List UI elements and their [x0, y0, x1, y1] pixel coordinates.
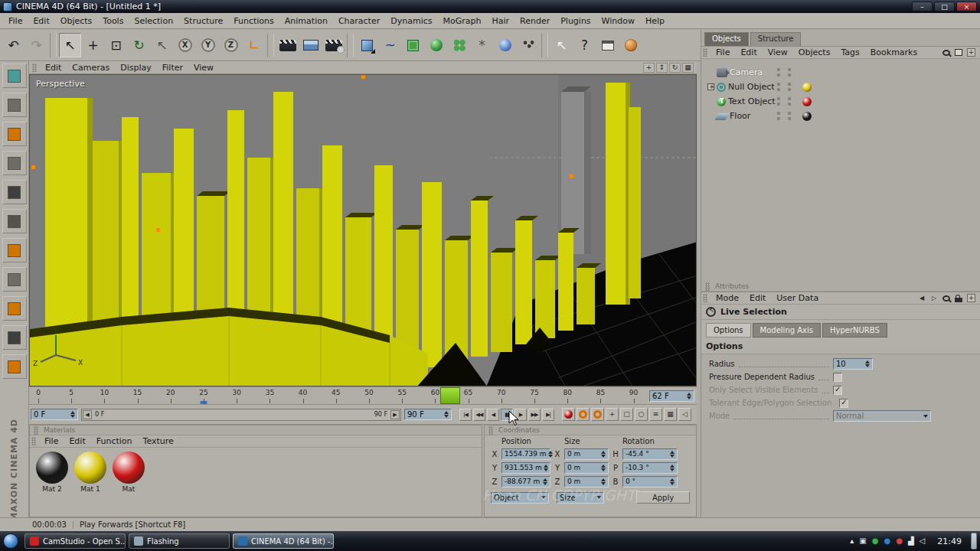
menu-item[interactable]: Animation	[279, 15, 333, 27]
apply-button[interactable]: Apply	[636, 491, 690, 504]
redo-button[interactable]: ↷	[25, 33, 47, 57]
menu-item[interactable]: Objects	[55, 15, 98, 27]
lock-icon[interactable]	[955, 298, 962, 302]
lock-z-button[interactable]: Z	[220, 33, 242, 57]
menu-item[interactable]: Plugins	[555, 15, 596, 27]
render-settings-button[interactable]	[322, 33, 345, 57]
workplane-mode-button[interactable]	[2, 151, 27, 175]
panel-grip[interactable]	[34, 426, 38, 435]
autokey-button[interactable]	[577, 408, 590, 421]
menu-item[interactable]: Render	[514, 15, 555, 27]
menu-item[interactable]: File	[3, 15, 28, 27]
material-item[interactable]: Mat 2	[34, 452, 70, 493]
viewport[interactable]: Z Y X Perspective	[29, 74, 697, 386]
panel-menu-icon[interactable]	[967, 294, 975, 302]
live-selection-button[interactable]: ↖	[59, 33, 81, 57]
position-field[interactable]: 931.553 m	[501, 462, 550, 474]
rotate-tool-button[interactable]: ↻	[128, 33, 150, 57]
manager-tab[interactable]: Objects	[704, 32, 749, 46]
position-field[interactable]: 1554.739 m	[501, 448, 550, 460]
model-mode-button[interactable]	[2, 93, 27, 117]
keyframe-button[interactable]	[591, 408, 604, 421]
record-position-button[interactable]: +	[606, 408, 619, 421]
move-tool-button[interactable]: +	[82, 33, 104, 57]
attributes-menu-item[interactable]: Mode	[710, 292, 744, 304]
object-label[interactable]: Null Object	[728, 82, 775, 92]
attributes-menu-item[interactable]: User Data	[771, 292, 824, 304]
render-visibility-toggle[interactable]	[787, 67, 792, 77]
render-picture-button[interactable]	[299, 33, 322, 57]
size-field[interactable]: 0 m	[564, 476, 609, 487]
goto-start-button[interactable]: |◀	[459, 409, 472, 421]
tray-app-icon-3[interactable]: ●	[884, 537, 890, 545]
range-right-button[interactable]	[390, 410, 400, 419]
object-row[interactable]: Floor	[703, 109, 978, 123]
object-row[interactable]: Text Object	[703, 94, 978, 109]
editor-visibility-toggle[interactable]	[776, 67, 781, 77]
expand-icon[interactable]	[707, 83, 714, 90]
start-frame-field[interactable]: 0 F	[31, 409, 78, 420]
object-label[interactable]: Camera	[730, 67, 763, 77]
snap-settings-button[interactable]	[2, 354, 27, 379]
tray-show-hidden-icon[interactable]: ▴	[850, 537, 854, 545]
texture-tag-icon[interactable]	[802, 112, 812, 121]
last-tool-button[interactable]: ↖	[151, 33, 173, 57]
layer-icon[interactable]	[955, 49, 962, 56]
edges-mode-button[interactable]	[2, 209, 27, 233]
add-spline-button[interactable]: ~	[379, 33, 401, 57]
menu-item[interactable]: MoGraph	[437, 15, 486, 27]
objects-menu-item[interactable]: Objects	[793, 47, 836, 58]
maximize-button[interactable]: □	[934, 2, 955, 11]
texture-axis-mode-button[interactable]	[2, 296, 27, 321]
record-pla-button[interactable]: ▦	[664, 408, 677, 421]
menu-item[interactable]: Edit	[28, 15, 54, 27]
add-deformer-button[interactable]: *	[471, 33, 493, 57]
range-left-button[interactable]	[83, 410, 92, 419]
timeline-playhead[interactable]	[440, 387, 460, 404]
texture-tag-icon[interactable]	[802, 83, 812, 92]
history-forward-icon[interactable]: ▷	[930, 294, 938, 303]
polygons-mode-button[interactable]	[2, 238, 27, 262]
record-parameter-button[interactable]: ≡	[649, 408, 662, 421]
option-checkbox[interactable]	[833, 373, 842, 382]
radius-field[interactable]: 10	[833, 358, 873, 370]
attribute-tab[interactable]: Options	[706, 323, 751, 337]
panel-grip[interactable]	[488, 426, 493, 435]
rotate-view-button[interactable]: ↻	[669, 63, 681, 73]
minimize-button[interactable]: –	[912, 2, 933, 11]
viewport-menu-item[interactable]: View	[188, 62, 219, 73]
taskbar-clock[interactable]: 21:49	[937, 536, 962, 546]
help-button[interactable]: ?	[573, 33, 596, 57]
rotation-field[interactable]: -10.3 °	[622, 462, 678, 474]
lock-y-button[interactable]: Y	[197, 33, 219, 57]
menu-item[interactable]: Structure	[178, 15, 228, 27]
objects-menu-item[interactable]: File	[710, 47, 735, 58]
objects-menu-item[interactable]: Bookmarks	[865, 47, 923, 58]
points-mode-button[interactable]	[2, 180, 27, 204]
material-item[interactable]: Mat	[110, 452, 147, 493]
current-frame-field[interactable]: 62 F	[649, 390, 694, 402]
tray-app-icon-1[interactable]: ▣	[859, 537, 866, 545]
material-item[interactable]: Mat 1	[72, 452, 109, 493]
option-checkbox[interactable]	[833, 386, 842, 395]
menu-item[interactable]: Functions	[228, 15, 279, 27]
record-button[interactable]	[562, 408, 575, 421]
rotation-field[interactable]: -45.4 °	[622, 448, 678, 460]
taskbar-button[interactable]: CINEMA 4D (64 Bit) -...	[233, 533, 334, 549]
manager-tab[interactable]: Structure	[750, 32, 802, 46]
render-visibility-toggle[interactable]	[787, 111, 792, 121]
object-label[interactable]: Floor	[730, 111, 750, 121]
menu-item[interactable]: Hair	[486, 15, 514, 27]
editor-visibility-toggle[interactable]	[776, 82, 781, 92]
panel-grip[interactable]	[703, 294, 707, 302]
end-frame-spinner[interactable]	[444, 411, 449, 418]
render-view-button[interactable]	[276, 33, 299, 57]
editor-visibility-toggle[interactable]	[776, 111, 781, 121]
object-row[interactable]: Camera	[703, 65, 978, 80]
undo-button[interactable]: ↶	[2, 33, 24, 57]
viewport-menu-item[interactable]: Display	[115, 62, 157, 73]
next-key-button[interactable]: ▶▶	[528, 409, 541, 421]
content-browser-button[interactable]	[596, 33, 619, 57]
timeline-ruler[interactable]: 051015202530354045505560657075808590	[29, 386, 647, 405]
add-mograph-button[interactable]	[448, 33, 470, 57]
